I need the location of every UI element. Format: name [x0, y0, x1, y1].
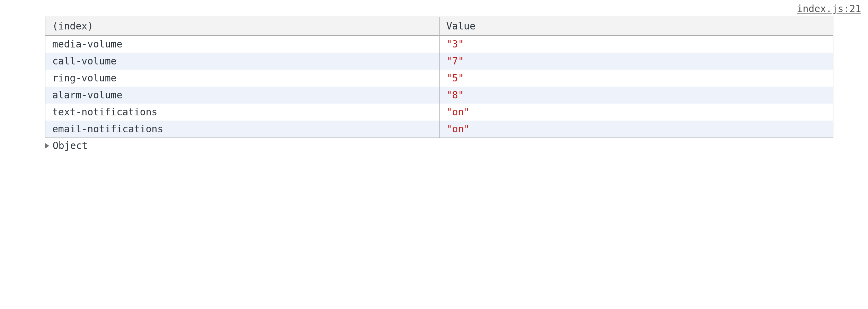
index-cell: email-notifications [45, 121, 440, 138]
chevron-right-icon [45, 143, 49, 149]
index-cell: text-notifications [45, 104, 440, 121]
column-header-value[interactable]: Value [439, 17, 833, 36]
value-cell: "on" [439, 121, 833, 138]
table-row[interactable]: ring-volume "5" [45, 70, 833, 87]
value-cell: "8" [439, 87, 833, 104]
value-cell: "7" [439, 53, 833, 70]
index-cell: call-volume [45, 53, 440, 70]
object-expander[interactable]: Object [0, 138, 868, 152]
value-cell: "5" [439, 70, 833, 87]
table-row[interactable]: call-volume "7" [45, 53, 833, 70]
console-table-wrapper: (index) Value media-volume "3" call-volu… [0, 17, 868, 138]
source-link[interactable]: index.js:21 [797, 3, 861, 15]
table-row[interactable]: media-volume "3" [45, 36, 833, 53]
column-header-index[interactable]: (index) [45, 17, 440, 36]
index-cell: ring-volume [45, 70, 440, 87]
table-row[interactable]: email-notifications "on" [45, 121, 833, 138]
table-header-row: (index) Value [45, 17, 833, 36]
console-log-entry: index.js:21 (index) Value media-volume "… [0, 0, 868, 155]
index-cell: media-volume [45, 36, 440, 53]
source-link-row: index.js:21 [0, 3, 868, 17]
object-label: Object [53, 140, 88, 151]
table-row[interactable]: alarm-volume "8" [45, 87, 833, 104]
table-row[interactable]: text-notifications "on" [45, 104, 833, 121]
value-cell: "on" [439, 104, 833, 121]
console-table: (index) Value media-volume "3" call-volu… [45, 17, 833, 138]
value-cell: "3" [439, 36, 833, 53]
index-cell: alarm-volume [45, 87, 440, 104]
